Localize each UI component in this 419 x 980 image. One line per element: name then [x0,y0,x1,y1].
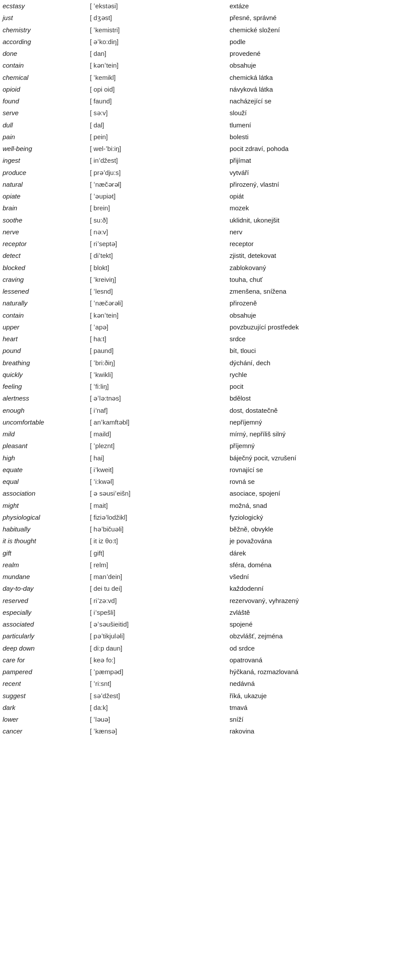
table-row: blocked[ blokt]zablokovaný [0,262,419,274]
word-cell: associated [0,618,87,630]
table-row: pleasant[ ˈpleznt]příjemný [0,440,419,452]
word-cell: breathing [0,357,87,369]
phonetic-cell: [ dei tu dei] [87,583,227,594]
translation-cell: touha, chuť [227,274,419,285]
word-cell: especially [0,607,87,618]
table-row: mild[ maild]mírný, nepříliš silný [0,428,419,440]
word-cell: particularly [0,630,87,642]
translation-cell: opiát [227,190,419,202]
phonetic-cell: [ manˈdein] [87,571,227,583]
phonetic-cell: [ ˈekstəsi] [87,0,227,12]
table-row: breathing[ ˈbri:ðiŋ]dýchání, dech [0,357,419,369]
word-cell: contain [0,59,87,71]
table-row: brain[ brein]mozek [0,202,419,214]
word-cell: opiate [0,190,87,202]
phonetic-cell: [ ˈkreiviŋ] [87,274,227,285]
translation-cell: nedávná [227,678,419,689]
phonetic-cell: [ anˈkamftəbl] [87,416,227,428]
word-cell: association [0,487,87,499]
phonetic-cell: [ ə səusiˈeišn] [87,487,227,499]
phonetic-cell: [ əˈsəušieitid] [87,618,227,630]
translation-cell: nerv [227,226,419,238]
word-cell: well-being [0,143,87,154]
table-row: lower[ ˈləuə]sníží [0,713,419,725]
table-row: natural[ ˈnæčərəl]přirozený, vlastní [0,178,419,190]
translation-cell: mozek [227,202,419,214]
translation-cell: běžně, obvykle [227,523,419,535]
phonetic-cell: [ mait] [87,500,227,511]
translation-cell: dost, dostatečně [227,404,419,416]
table-row: pampered[ ˈpæmpəd]hýčkaná, rozmazlovaná [0,666,419,678]
table-row: habitually[ həˈbičuəli]běžně, obvykle [0,523,419,535]
word-cell: physiological [0,511,87,523]
phonetic-cell: [ dal] [87,119,227,131]
translation-cell: rezervovaný, vyhrazený [227,595,419,607]
word-cell: dark [0,702,87,713]
phonetic-cell: [ diˈtekt] [87,250,227,261]
translation-cell: bolesti [227,131,419,143]
table-row: naturally[ ˈnæčərəli]přirozeně [0,297,419,309]
table-row: ingest[ inˈdžest]přijímat [0,154,419,166]
phonetic-cell: [ opi oid] [87,83,227,95]
word-cell: dull [0,119,87,131]
word-cell: feeling [0,380,87,392]
phonetic-cell: [ ˈnæčərəl] [87,178,227,190]
table-row: association[ ə səusiˈeišn]asociace, spoj… [0,487,419,499]
translation-cell: je považována [227,535,419,547]
table-row: opioid[ opi oid]návyková látka [0,83,419,95]
translation-cell: pocit zdraví, pohoda [227,143,419,154]
translation-cell: povzbuzující prostředek [227,321,419,333]
phonetic-cell: [ ˈpæmpəd] [87,666,227,678]
phonetic-cell: [ ˈi:kwəl] [87,476,227,487]
table-row: it is thought[ it iz θo:t]je považována [0,535,419,547]
word-cell: reserved [0,595,87,607]
table-row: quickly[ ˈkwikli]rychle [0,369,419,380]
word-cell: natural [0,178,87,190]
phonetic-cell: [ ˈnæčərəli] [87,297,227,309]
translation-cell: provedené [227,48,419,59]
translation-cell: obzvlášť, zejména [227,630,419,642]
translation-cell: zablokovaný [227,262,419,274]
word-cell: found [0,95,87,107]
word-cell: pampered [0,666,87,678]
word-cell: realm [0,559,87,571]
word-cell: recent [0,678,87,689]
table-row: care for[ keə fo:]opatrovaná [0,654,419,666]
word-cell: might [0,500,87,511]
translation-cell: od srdce [227,642,419,654]
word-cell: alertness [0,392,87,404]
phonetic-cell: [ ˈlesnd] [87,285,227,297]
word-cell: blocked [0,262,87,274]
phonetic-cell: [ ˈkemistri] [87,24,227,36]
phonetic-cell: [ ˈəupiət] [87,190,227,202]
phonetic-cell: [ faund] [87,95,227,107]
translation-cell: rovná se [227,476,419,487]
word-cell: lessened [0,285,87,297]
word-cell: lower [0,713,87,725]
word-cell: craving [0,274,87,285]
word-cell: soothe [0,214,87,226]
table-row: soothe[ su:ð]uklidnit, ukonejšit [0,214,419,226]
word-cell: care for [0,654,87,666]
phonetic-cell: [ nə:v] [87,226,227,238]
translation-cell: podle [227,36,419,48]
translation-cell: všední [227,571,419,583]
phonetic-cell: [ iˈnaf] [87,404,227,416]
phonetic-cell: [ riˈseptə] [87,238,227,250]
phonetic-cell: [ ˈbri:ðiŋ] [87,357,227,369]
phonetic-cell: [ dan] [87,48,227,59]
phonetic-cell: [ ˈfi:liŋ] [87,380,227,392]
translation-cell: rakovina [227,725,419,737]
translation-cell: přesné, správné [227,12,419,24]
phonetic-cell: [ ˈpleznt] [87,440,227,452]
word-cell: uncomfortable [0,416,87,428]
word-cell: gift [0,547,87,559]
phonetic-cell: [ su:ð] [87,214,227,226]
phonetic-cell: [ relm] [87,559,227,571]
translation-cell: říká, ukazuje [227,690,419,702]
vocabulary-table: ecstasy[ ˈekstəsi]extázejust[ dʒəst]přes… [0,0,419,737]
table-row: pound[ paund]bít, tlouci [0,345,419,356]
table-row: well-being[ wel-ˈbi:iŋ]pocit zdraví, poh… [0,143,419,154]
table-row: dull[ dal]tlumení [0,119,419,131]
table-row: produce[ prəˈdju:s]vytváří [0,167,419,178]
